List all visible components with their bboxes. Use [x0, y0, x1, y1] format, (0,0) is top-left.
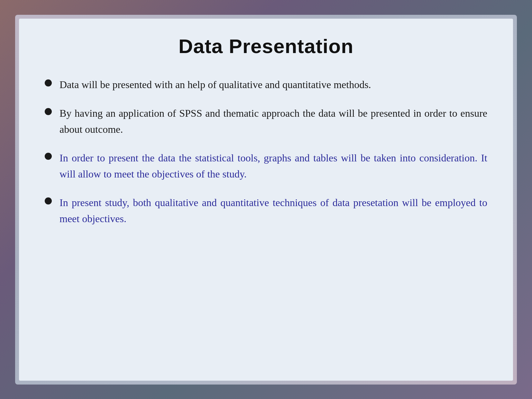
bullet-dot-4	[45, 197, 52, 204]
list-item: In order to present the data the statist…	[45, 150, 487, 182]
bullet-text-3: In order to present the data the statist…	[60, 150, 487, 182]
slide-inner: Data Presentation Data will be presented…	[19, 19, 513, 381]
bullet-list: Data will be presented with an help of q…	[45, 77, 487, 227]
bullet-text-4: In present study, both qualitative and q…	[60, 195, 487, 227]
bullet-dot-3	[45, 153, 52, 160]
list-item: In present study, both qualitative and q…	[45, 195, 487, 227]
bullet-dot-1	[45, 79, 52, 86]
slide-title: Data Presentation	[179, 35, 353, 58]
bullet-dot-2	[45, 108, 52, 115]
slide-outer: Data Presentation Data will be presented…	[15, 15, 517, 385]
bullet-text-1: Data will be presented with an help of q…	[60, 77, 371, 93]
list-item: Data will be presented with an help of q…	[45, 77, 487, 93]
list-item: By having an application of SPSS and the…	[45, 105, 487, 137]
bullet-text-2: By having an application of SPSS and the…	[60, 105, 487, 137]
